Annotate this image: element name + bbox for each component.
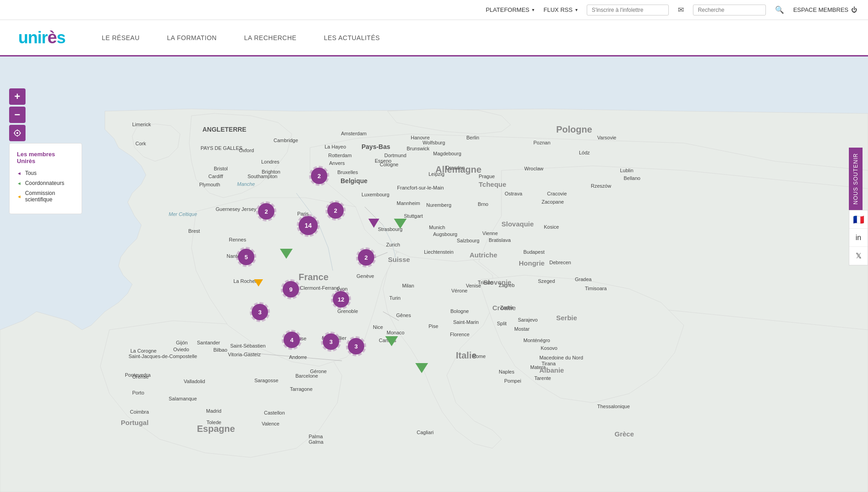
nav-la-formation[interactable]: LA FORMATION [167, 34, 217, 41]
espace-membres-label: ESPACE MEMBRES [793, 6, 848, 13]
tous-arrow-icon: ◄ [17, 171, 21, 176]
legend-item-tous[interactable]: ◄ Tous [17, 170, 74, 176]
cluster-marker[interactable]: 9 [283, 281, 299, 297]
plateformes-nav[interactable]: PLATEFORMES ▾ [486, 6, 534, 13]
logo-text: unirès [18, 28, 65, 47]
side-panel-right: NOUS SOUTENIR 🇫🇷 in 𝕏 [849, 148, 868, 266]
legend-title: Les membres Unirès [17, 151, 74, 164]
legend-panel: Les membres Unirès ◄ Tous ◄ Coordonnateu… [9, 143, 82, 214]
cluster-marker[interactable]: 4 [284, 332, 300, 348]
cluster-marker[interactable]: 3 [252, 304, 268, 320]
map-svg: Manche Mer Celtique [0, 56, 868, 492]
commission-arrow-icon: ◄ [17, 194, 21, 199]
logo[interactable]: unirès [18, 28, 65, 47]
cluster-marker[interactable]: 14 [299, 216, 318, 235]
svg-text:Mer Celtique: Mer Celtique [169, 211, 197, 217]
flux-rss-nav[interactable]: FLUX RSS ▾ [543, 6, 578, 13]
cluster-marker[interactable]: 2 [311, 168, 327, 184]
locate-button[interactable] [9, 125, 26, 141]
zoom-out-button[interactable]: − [9, 107, 26, 123]
social-icons: 🇫🇷 in 𝕏 [849, 210, 868, 266]
cluster-marker[interactable]: 2 [327, 202, 344, 219]
legend-commission-label: Commission scientifique [25, 190, 74, 203]
nous-soutenir-button[interactable]: NOUS SOUTENIR [849, 148, 863, 210]
espace-membres-nav[interactable]: ESPACE MEMBRES ⏻ [793, 6, 857, 13]
cluster-marker[interactable]: 5 [238, 249, 254, 265]
legend-tous-label: Tous [25, 170, 36, 176]
coordonnateurs-arrow-icon: ◄ [17, 181, 21, 186]
main-nav: LE RÉSEAU LA FORMATION LA RECHERCHE LES … [102, 34, 380, 41]
twitter-button[interactable]: 𝕏 [849, 247, 868, 265]
cluster-marker[interactable]: 2 [358, 249, 374, 266]
flux-rss-label: FLUX RSS [543, 6, 573, 13]
map-container[interactable]: Manche Mer Celtique LimerickCorkANGLETER… [0, 56, 868, 492]
nav-les-actualites[interactable]: LES ACTUALITÉS [324, 34, 380, 41]
nav-la-recherche[interactable]: LA RECHERCHE [244, 34, 296, 41]
linkedin-button[interactable]: in [849, 229, 868, 247]
newsletter-input[interactable] [587, 5, 669, 15]
map-controls: + − [9, 88, 26, 141]
main-header: unirès LE RÉSEAU LA FORMATION LA RECHERC… [0, 20, 868, 56]
cluster-marker[interactable]: 2 [258, 203, 274, 220]
top-bar: PLATEFORMES ▾ FLUX RSS ▾ ✉ 🔍 ESPACE MEMB… [0, 0, 868, 20]
svg-point-9 [16, 132, 18, 134]
svg-text:Manche: Manche [237, 181, 255, 187]
cluster-marker[interactable]: 3 [323, 333, 339, 350]
nav-le-reseau[interactable]: LE RÉSEAU [102, 34, 140, 41]
newsletter-send-button[interactable]: ✉ [678, 5, 684, 14]
zoom-in-button[interactable]: + [9, 88, 26, 105]
legend-item-commission[interactable]: ◄ Commission scientifique [17, 190, 74, 203]
flux-rss-arrow: ▾ [575, 7, 578, 12]
legend-coordonnateurs-label: Coordonnateurs [25, 180, 64, 186]
power-icon: ⏻ [851, 6, 857, 13]
france-flag-button[interactable]: 🇫🇷 [849, 210, 868, 229]
plateformes-label: PLATEFORMES [486, 6, 529, 13]
search-input[interactable] [693, 5, 766, 15]
legend-item-coordonnateurs[interactable]: ◄ Coordonnateurs [17, 180, 74, 186]
cluster-marker[interactable]: 3 [348, 338, 364, 354]
cluster-marker[interactable]: 12 [333, 291, 349, 308]
plateformes-arrow: ▾ [532, 7, 534, 12]
search-icon[interactable]: 🔍 [775, 5, 784, 14]
